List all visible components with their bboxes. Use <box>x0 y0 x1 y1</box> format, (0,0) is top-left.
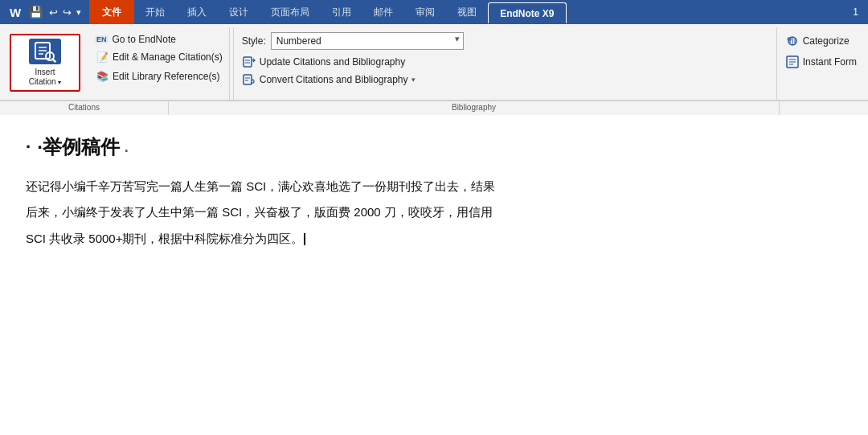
tab-mail[interactable]: 邮件 <box>362 0 404 24</box>
update-citations-label: Update Citations and Bibliography <box>260 56 405 68</box>
text-cursor <box>304 233 305 245</box>
update-citations-item[interactable]: Update Citations and Bibliography <box>242 53 768 71</box>
citations-section-label: Citations <box>0 101 169 115</box>
redo-icon[interactable]: ↪ <box>61 5 73 20</box>
update-icon <box>242 55 256 69</box>
document-content: · ·举例稿件 . 还记得小编千辛万苦写完一篇人生第一篇 SCI，满心欢喜地选了… <box>0 115 868 267</box>
bullet-char: · <box>26 137 31 158</box>
convert-icon <box>242 72 256 87</box>
en-badge: EN <box>95 35 108 43</box>
convert-citations-label: Convert Citations and Bibliography <box>260 74 408 85</box>
go-to-endnote-label: Go to EndNote <box>113 34 176 45</box>
categorize-svg-icon <box>786 35 799 47</box>
citation-svg-icon <box>33 39 57 64</box>
convert-dropdown-arrow: ▾ <box>411 76 416 84</box>
style-select[interactable]: Numbered <box>271 32 464 50</box>
save-icon[interactable]: 💾 <box>26 4 46 20</box>
tab-file[interactable]: 文件 <box>89 0 134 24</box>
edit-library-label: Edit Library Reference(s) <box>113 71 219 82</box>
ribbon-section-labels: Citations Bibliography <box>0 101 868 115</box>
go-to-endnote-item[interactable]: EN Go to EndNote <box>92 32 226 47</box>
instant-form-item[interactable]: Instant Form <box>785 53 860 71</box>
title-bar: W 💾 ↩ ↪ ▾ 文件 开始 插入 设计 页面布局 引用 邮件 审阅 视图 E… <box>0 0 868 24</box>
quick-access-toolbar: W 💾 ↩ ↪ ▾ <box>0 4 89 21</box>
svg-rect-9 <box>244 75 252 84</box>
tab-design[interactable]: 设计 <box>218 0 260 24</box>
title-text: ·举例稿件 <box>37 134 120 160</box>
edit-manage-item[interactable]: 📝 Edit & Manage Citation(s) <box>92 48 226 66</box>
ribbon: Insert Citation ▾ EN Go to EndNote 📝 Edi… <box>0 24 868 101</box>
categorize-label: Categorize <box>803 35 850 47</box>
word-icon: W <box>6 4 24 21</box>
bibliography-section: Style: Numbered Update Citations and Bib… <box>234 27 776 100</box>
customize-icon[interactable]: ▾ <box>75 6 83 19</box>
insert-citation-button[interactable]: Insert Citation ▾ <box>10 34 80 92</box>
paragraph-3: SCI 共收录 5000+期刊，根据中科院标准分为四区。 <box>26 228 842 249</box>
categorize-item[interactable]: Categorize <box>785 32 853 50</box>
categorize-icon <box>785 34 800 48</box>
paragraph-3-text: SCI 共收录 5000+期刊，根据中科院标准分为四区。 <box>26 232 303 245</box>
tab-review[interactable]: 审阅 <box>404 0 446 24</box>
style-dropdown-wrap: Numbered <box>271 32 464 50</box>
tab-endnote[interactable]: EndNote X9 <box>488 2 566 23</box>
extra-section: Categorize Instant Form <box>776 27 868 100</box>
citation-icon <box>29 39 61 64</box>
citations-menu: EN Go to EndNote 📝 Edit & Manage Citatio… <box>88 27 229 85</box>
convert-citations-item[interactable]: Convert Citations and Bibliography ▾ <box>242 71 768 88</box>
edit-manage-label: Edit & Manage Citation(s) <box>113 51 223 63</box>
paragraph-1: 还记得小编千辛万苦写完一篇人生第一篇 SCI，满心欢喜地选了一份期刊投了出去，结… <box>26 176 842 197</box>
instant-form-icon <box>785 55 800 69</box>
style-label: Style: <box>242 35 266 47</box>
title-number: 1 <box>853 6 868 18</box>
svg-line-5 <box>53 60 55 62</box>
edit-library-item[interactable]: 📚 Edit Library Reference(s) <box>92 68 226 85</box>
insert-citation-label: Insert Citation ▾ <box>29 68 62 87</box>
extra-section-label <box>780 101 868 115</box>
bibliography-section-label: Bibliography <box>169 101 780 115</box>
citations-section: Insert Citation ▾ EN Go to EndNote 📝 Edi… <box>0 27 230 100</box>
tab-start[interactable]: 开始 <box>134 0 176 24</box>
tab-insert[interactable]: 插入 <box>176 0 218 24</box>
tab-view[interactable]: 视图 <box>446 0 488 24</box>
title-decoration: . <box>125 139 129 156</box>
instant-form-label: Instant Form <box>803 56 857 68</box>
style-row: Style: Numbered <box>242 32 768 50</box>
document-title: · ·举例稿件 . <box>26 134 842 160</box>
edit-library-icon: 📚 <box>95 69 109 84</box>
convert-svg-icon <box>243 73 256 86</box>
tab-layout[interactable]: 页面布局 <box>260 0 321 24</box>
edit-manage-icon: 📝 <box>95 50 109 64</box>
undo-icon[interactable]: ↩ <box>47 5 59 20</box>
paragraph-2: 后来，小编终于发表了人生中第一篇 SCI，兴奋极了，版面费 2000 刀，咬咬牙… <box>26 202 842 223</box>
instant-form-svg-icon <box>786 55 799 68</box>
tab-references[interactable]: 引用 <box>321 0 362 24</box>
update-svg-icon <box>243 55 256 68</box>
svg-rect-6 <box>244 57 252 67</box>
